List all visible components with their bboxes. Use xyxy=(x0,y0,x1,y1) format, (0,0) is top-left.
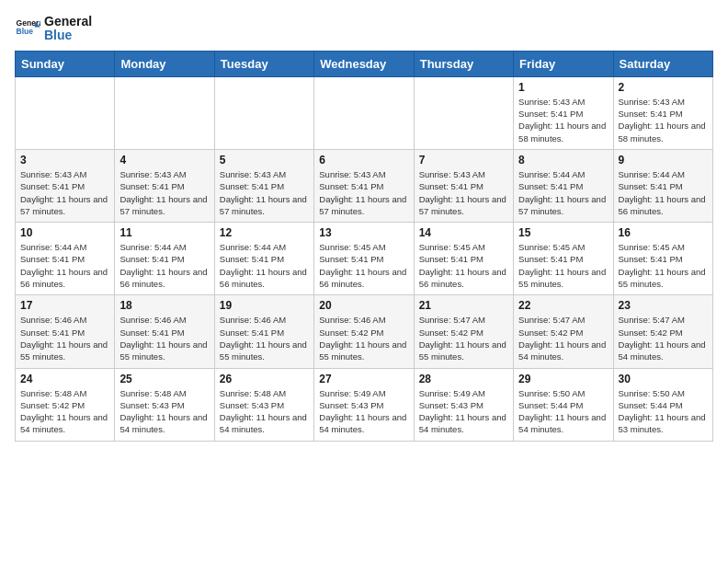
day-info: Sunrise: 5:44 AMSunset: 5:41 PMDaylight:… xyxy=(119,241,209,290)
weekday-header-sunday: Sunday xyxy=(16,51,115,76)
calendar-cell: 19Sunrise: 5:46 AMSunset: 5:41 PMDayligh… xyxy=(214,295,313,368)
day-number: 19 xyxy=(220,299,309,312)
calendar-cell: 8Sunrise: 5:44 AMSunset: 5:41 PMDaylight… xyxy=(514,149,613,222)
day-number: 28 xyxy=(419,373,508,385)
calendar-cell: 11Sunrise: 5:44 AMSunset: 5:41 PMDayligh… xyxy=(115,223,214,295)
weekday-header-thursday: Thursday xyxy=(414,51,513,76)
calendar-cell: 18Sunrise: 5:46 AMSunset: 5:41 PMDayligh… xyxy=(115,295,214,368)
day-info: Sunrise: 5:44 AMSunset: 5:41 PMDaylight:… xyxy=(518,168,608,217)
day-number: 13 xyxy=(319,226,408,239)
calendar-cell: 27Sunrise: 5:49 AMSunset: 5:43 PMDayligh… xyxy=(314,368,414,441)
day-number: 6 xyxy=(319,154,408,167)
day-info: Sunrise: 5:49 AMSunset: 5:43 PMDaylight:… xyxy=(419,387,508,436)
calendar-cell: 6Sunrise: 5:43 AMSunset: 5:41 PMDaylight… xyxy=(314,149,414,222)
weekday-header-monday: Monday xyxy=(115,51,214,76)
day-number: 22 xyxy=(518,299,608,312)
weekday-header-wednesday: Wednesday xyxy=(314,51,414,76)
day-info: Sunrise: 5:43 AMSunset: 5:41 PMDaylight:… xyxy=(220,168,309,217)
day-info: Sunrise: 5:48 AMSunset: 5:43 PMDaylight:… xyxy=(220,387,309,436)
day-info: Sunrise: 5:50 AMSunset: 5:44 PMDaylight:… xyxy=(518,387,608,436)
calendar-cell xyxy=(414,76,513,149)
day-number: 3 xyxy=(20,154,109,167)
day-number: 20 xyxy=(319,299,408,312)
day-number: 30 xyxy=(619,373,708,385)
day-info: Sunrise: 5:44 AMSunset: 5:41 PMDaylight:… xyxy=(220,241,309,290)
day-number: 18 xyxy=(119,299,209,312)
day-number: 24 xyxy=(20,373,109,385)
calendar-cell: 25Sunrise: 5:48 AMSunset: 5:43 PMDayligh… xyxy=(115,368,214,441)
day-number: 5 xyxy=(220,154,309,167)
calendar-cell: 5Sunrise: 5:43 AMSunset: 5:41 PMDaylight… xyxy=(214,149,313,222)
day-info: Sunrise: 5:47 AMSunset: 5:42 PMDaylight:… xyxy=(518,314,608,362)
day-number: 9 xyxy=(619,154,708,167)
calendar-cell xyxy=(16,76,115,149)
calendar-cell: 21Sunrise: 5:47 AMSunset: 5:42 PMDayligh… xyxy=(414,295,513,368)
day-number: 26 xyxy=(220,373,309,385)
weekday-header-tuesday: Tuesday xyxy=(214,51,313,76)
day-number: 10 xyxy=(20,226,109,239)
logo-icon: General Blue xyxy=(15,16,40,41)
day-info: Sunrise: 5:44 AMSunset: 5:41 PMDaylight:… xyxy=(20,241,109,290)
calendar-cell: 24Sunrise: 5:48 AMSunset: 5:42 PMDayligh… xyxy=(16,368,115,441)
calendar-cell: 3Sunrise: 5:43 AMSunset: 5:41 PMDaylight… xyxy=(16,149,115,222)
weekday-header-friday: Friday xyxy=(514,51,613,76)
day-info: Sunrise: 5:48 AMSunset: 5:43 PMDaylight:… xyxy=(119,387,209,436)
calendar-cell: 2Sunrise: 5:43 AMSunset: 5:41 PMDaylight… xyxy=(613,76,712,149)
day-info: Sunrise: 5:46 AMSunset: 5:42 PMDaylight:… xyxy=(319,314,408,362)
calendar-cell: 22Sunrise: 5:47 AMSunset: 5:42 PMDayligh… xyxy=(514,295,613,368)
day-info: Sunrise: 5:43 AMSunset: 5:41 PMDaylight:… xyxy=(20,168,109,217)
day-info: Sunrise: 5:46 AMSunset: 5:41 PMDaylight:… xyxy=(20,314,109,362)
day-info: Sunrise: 5:45 AMSunset: 5:41 PMDaylight:… xyxy=(419,241,508,290)
calendar-header-row: SundayMondayTuesdayWednesdayThursdayFrid… xyxy=(16,51,713,76)
calendar-cell: 13Sunrise: 5:45 AMSunset: 5:41 PMDayligh… xyxy=(314,223,414,295)
day-number: 8 xyxy=(518,154,608,167)
calendar-week-4: 17Sunrise: 5:46 AMSunset: 5:41 PMDayligh… xyxy=(16,295,713,368)
calendar-cell: 10Sunrise: 5:44 AMSunset: 5:41 PMDayligh… xyxy=(16,223,115,295)
calendar-cell: 16Sunrise: 5:45 AMSunset: 5:41 PMDayligh… xyxy=(613,223,712,295)
day-number: 25 xyxy=(119,373,209,385)
day-number: 29 xyxy=(518,373,608,385)
day-info: Sunrise: 5:43 AMSunset: 5:41 PMDaylight:… xyxy=(119,168,209,217)
day-info: Sunrise: 5:43 AMSunset: 5:41 PMDaylight:… xyxy=(518,96,608,144)
calendar-cell: 30Sunrise: 5:50 AMSunset: 5:44 PMDayligh… xyxy=(613,368,712,441)
day-number: 14 xyxy=(419,226,508,239)
day-number: 21 xyxy=(419,299,508,312)
calendar-cell: 4Sunrise: 5:43 AMSunset: 5:41 PMDaylight… xyxy=(115,149,214,222)
logo: General Blue General Blue xyxy=(15,15,92,43)
calendar-cell: 9Sunrise: 5:44 AMSunset: 5:41 PMDaylight… xyxy=(613,149,712,222)
day-number: 23 xyxy=(619,299,708,312)
calendar-cell xyxy=(314,76,414,149)
calendar-cell xyxy=(214,76,313,149)
calendar-cell xyxy=(115,76,214,149)
day-number: 7 xyxy=(419,154,508,167)
day-info: Sunrise: 5:50 AMSunset: 5:44 PMDaylight:… xyxy=(619,387,708,436)
calendar-cell: 26Sunrise: 5:48 AMSunset: 5:43 PMDayligh… xyxy=(214,368,313,441)
day-number: 12 xyxy=(220,226,309,239)
calendar-week-3: 10Sunrise: 5:44 AMSunset: 5:41 PMDayligh… xyxy=(16,223,713,295)
calendar-week-1: 1Sunrise: 5:43 AMSunset: 5:41 PMDaylight… xyxy=(16,76,713,149)
calendar-cell: 15Sunrise: 5:45 AMSunset: 5:41 PMDayligh… xyxy=(514,223,613,295)
day-info: Sunrise: 5:43 AMSunset: 5:41 PMDaylight:… xyxy=(319,168,408,217)
day-info: Sunrise: 5:45 AMSunset: 5:41 PMDaylight:… xyxy=(319,241,408,290)
calendar-week-5: 24Sunrise: 5:48 AMSunset: 5:42 PMDayligh… xyxy=(16,368,713,441)
calendar-cell: 12Sunrise: 5:44 AMSunset: 5:41 PMDayligh… xyxy=(214,223,313,295)
day-number: 15 xyxy=(518,226,608,239)
calendar-cell: 7Sunrise: 5:43 AMSunset: 5:41 PMDaylight… xyxy=(414,149,513,222)
calendar-body: 1Sunrise: 5:43 AMSunset: 5:41 PMDaylight… xyxy=(16,76,713,441)
calendar-cell: 29Sunrise: 5:50 AMSunset: 5:44 PMDayligh… xyxy=(514,368,613,441)
day-info: Sunrise: 5:45 AMSunset: 5:41 PMDaylight:… xyxy=(518,241,608,290)
day-number: 4 xyxy=(119,154,209,167)
day-info: Sunrise: 5:43 AMSunset: 5:41 PMDaylight:… xyxy=(619,96,708,144)
calendar-week-2: 3Sunrise: 5:43 AMSunset: 5:41 PMDaylight… xyxy=(16,149,713,222)
day-number: 2 xyxy=(619,81,708,94)
day-number: 27 xyxy=(319,373,408,385)
day-info: Sunrise: 5:47 AMSunset: 5:42 PMDaylight:… xyxy=(419,314,508,362)
day-info: Sunrise: 5:45 AMSunset: 5:41 PMDaylight:… xyxy=(619,241,708,290)
calendar-cell: 17Sunrise: 5:46 AMSunset: 5:41 PMDayligh… xyxy=(16,295,115,368)
day-info: Sunrise: 5:49 AMSunset: 5:43 PMDaylight:… xyxy=(319,387,408,436)
svg-text:Blue: Blue xyxy=(17,28,34,37)
day-number: 11 xyxy=(119,226,209,239)
day-info: Sunrise: 5:48 AMSunset: 5:42 PMDaylight:… xyxy=(20,387,109,436)
day-info: Sunrise: 5:46 AMSunset: 5:41 PMDaylight:… xyxy=(119,314,209,362)
header: General Blue General Blue xyxy=(15,15,713,43)
